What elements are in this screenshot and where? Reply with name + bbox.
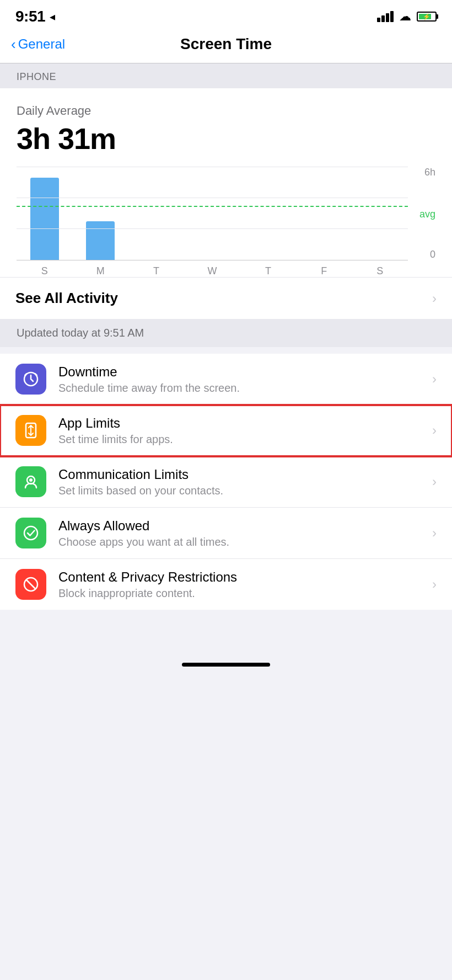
avg-line bbox=[17, 206, 408, 207]
see-all-label: See All Activity bbox=[15, 290, 427, 307]
downtime-icon bbox=[15, 364, 46, 395]
content-privacy-subtitle: Block inappropriate content. bbox=[58, 587, 427, 600]
app-limits-text: App Limits Set time limits for apps. bbox=[58, 416, 427, 446]
menu-list: Downtime Schedule time away from the scr… bbox=[0, 354, 452, 610]
communication-limits-row[interactable]: Communication Limits Set limits based on… bbox=[0, 456, 452, 508]
page-title: Screen Time bbox=[180, 35, 272, 53]
daily-average-label: Daily Average bbox=[17, 104, 435, 118]
app-limits-title: App Limits bbox=[58, 416, 427, 431]
status-time: 9:51 bbox=[15, 8, 45, 25]
bar-col-s2 bbox=[352, 167, 408, 260]
day-label-f: F bbox=[296, 265, 352, 277]
communication-limits-text: Communication Limits Set limits based on… bbox=[58, 467, 427, 497]
day-label-s1: S bbox=[17, 265, 72, 277]
status-bar: 9:51 ◂ ☁ ⚡ bbox=[0, 0, 452, 30]
chevron-right-icon: › bbox=[432, 291, 437, 306]
bar-m bbox=[86, 221, 115, 260]
y-label-bottom: 0 bbox=[430, 249, 435, 260]
back-label: General bbox=[18, 36, 65, 52]
bottom-spacer bbox=[0, 610, 452, 654]
svg-point-5 bbox=[24, 526, 37, 540]
nav-bar: ‹ General Screen Time bbox=[0, 30, 452, 63]
communication-limits-title: Communication Limits bbox=[58, 467, 427, 482]
daily-average-block: Daily Average 3h 31m bbox=[0, 88, 452, 156]
see-all-activity-row[interactable]: See All Activity › bbox=[0, 277, 452, 319]
app-limits-chevron: › bbox=[432, 423, 437, 438]
downtime-text: Downtime Schedule time away from the scr… bbox=[58, 364, 427, 395]
day-label-t2: T bbox=[240, 265, 296, 277]
wifi-icon: ☁ bbox=[399, 9, 411, 24]
home-bar bbox=[182, 663, 270, 667]
always-allowed-chevron: › bbox=[432, 525, 437, 541]
back-button[interactable]: ‹ General bbox=[11, 36, 65, 52]
app-limits-row[interactable]: App Limits Set time limits for apps. › bbox=[0, 405, 452, 456]
content-privacy-icon bbox=[15, 569, 46, 600]
day-label-m: M bbox=[72, 265, 128, 277]
svg-point-4 bbox=[29, 478, 33, 482]
app-limits-subtitle: Set time limits for apps. bbox=[58, 433, 427, 446]
chart-bars bbox=[17, 167, 408, 260]
downtime-title: Downtime bbox=[58, 364, 427, 380]
day-label-w: W bbox=[184, 265, 240, 277]
chart-area bbox=[17, 167, 408, 260]
downtime-subtitle: Schedule time away from the screen. bbox=[58, 382, 427, 395]
usage-chart: 6h avg 0 S M T W T F S bbox=[0, 167, 452, 277]
daily-average-value: 3h 31m bbox=[17, 121, 435, 156]
updated-bar: Updated today at 9:51 AM bbox=[0, 319, 452, 347]
status-icons: ☁ ⚡ bbox=[377, 9, 437, 24]
chevron-left-icon: ‹ bbox=[11, 37, 16, 51]
chart-inner: 6h avg 0 S M T W T F S bbox=[17, 167, 435, 277]
always-allowed-text: Always Allowed Choose apps you want at a… bbox=[58, 518, 427, 548]
content-privacy-chevron: › bbox=[432, 577, 437, 592]
content-privacy-title: Content & Privacy Restrictions bbox=[58, 569, 427, 585]
avg-label: avg bbox=[419, 209, 435, 220]
svg-line-7 bbox=[26, 580, 35, 589]
day-label-s2: S bbox=[352, 265, 408, 277]
home-indicator bbox=[0, 654, 452, 680]
battery-icon: ⚡ bbox=[417, 12, 437, 22]
bar-col-w bbox=[184, 167, 240, 260]
chart-section: Daily Average 3h 31m bbox=[0, 88, 452, 319]
downtime-chevron: › bbox=[432, 371, 437, 387]
bar-col-t1 bbox=[128, 167, 184, 260]
always-allowed-row[interactable]: Always Allowed Choose apps you want at a… bbox=[0, 508, 452, 559]
bar-col-s1 bbox=[17, 167, 72, 260]
always-allowed-icon bbox=[15, 518, 46, 548]
communication-limits-subtitle: Set limits based on your contacts. bbox=[58, 484, 427, 497]
bar-col-f bbox=[296, 167, 352, 260]
y-label-top: 6h bbox=[424, 167, 435, 178]
location-icon: ◂ bbox=[50, 10, 55, 23]
bar-s1 bbox=[30, 178, 59, 260]
bar-col-t2 bbox=[240, 167, 296, 260]
communication-limits-icon bbox=[15, 466, 46, 497]
always-allowed-subtitle: Choose apps you want at all times. bbox=[58, 536, 427, 548]
bar-col-m bbox=[72, 167, 128, 260]
content-privacy-row[interactable]: Content & Privacy Restrictions Block ina… bbox=[0, 559, 452, 610]
day-label-t1: T bbox=[128, 265, 184, 277]
chart-days-row: S M T W T F S bbox=[17, 265, 408, 277]
section-header-iphone: IPHONE bbox=[0, 63, 452, 88]
content-privacy-text: Content & Privacy Restrictions Block ina… bbox=[58, 569, 427, 600]
signal-icon bbox=[377, 11, 394, 22]
divider-1 bbox=[0, 347, 452, 354]
communication-limits-chevron: › bbox=[432, 474, 437, 489]
always-allowed-title: Always Allowed bbox=[58, 518, 427, 534]
downtime-row[interactable]: Downtime Schedule time away from the scr… bbox=[0, 354, 452, 405]
app-limits-icon bbox=[15, 415, 46, 446]
